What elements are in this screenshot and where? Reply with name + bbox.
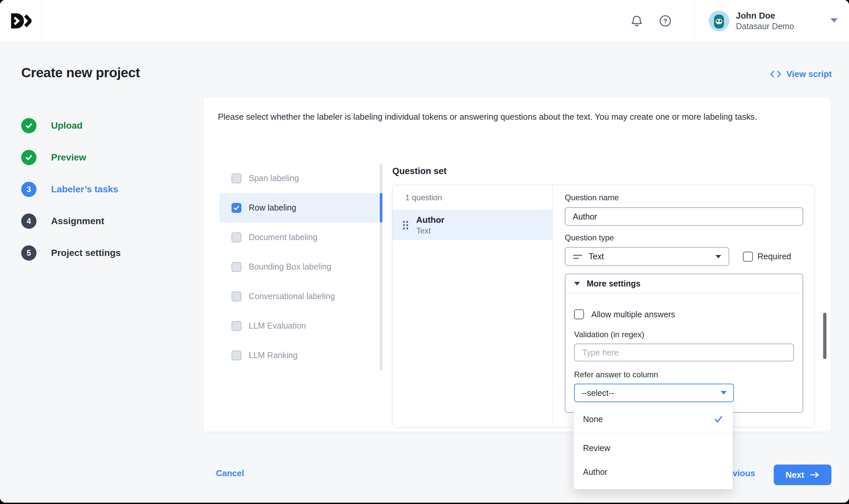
question-form-pane: Question name Question type Text (553, 185, 814, 427)
bounding-box-label: Bounding Box labeling (249, 262, 331, 272)
span-labeling-label: Span labeling (249, 174, 299, 183)
validation-label: Validation (in regex) (574, 330, 794, 339)
question-set-panel: 1 question Author Text Question name (392, 185, 815, 427)
step-3-badge: 3 (21, 182, 36, 197)
task-conversational-labeling[interactable]: Conversational labeling (219, 282, 379, 311)
llm-ranking-checkbox[interactable] (232, 350, 241, 360)
page-scrollbar-thumb[interactable] (823, 313, 827, 359)
step-4-badge: 4 (21, 214, 36, 229)
question-item-text: Author Text (416, 215, 445, 235)
row-labeling-label: Row labeling (249, 203, 296, 213)
llm-evaluation-label: LLM Evaluation (249, 321, 306, 330)
arrow-right-icon (810, 471, 819, 479)
task-bounding-box-labeling[interactable]: Bounding Box labeling (219, 252, 379, 282)
task-span-labeling[interactable]: Span labeling (219, 163, 379, 193)
llm-evaluation-checkbox[interactable] (232, 321, 241, 331)
refer-answer-select[interactable]: --select-- (574, 384, 734, 402)
step-labelers-tasks-label: Labeler’s tasks (51, 184, 118, 195)
step-preview-label: Preview (51, 152, 86, 163)
task-type-list: Span labeling Row labeling Document labe… (219, 163, 379, 370)
allow-multiple-checkbox[interactable] (574, 309, 584, 319)
code-icon (770, 70, 781, 78)
step-project-settings[interactable]: 5 Project settings (21, 245, 121, 260)
span-labeling-checkbox[interactable] (232, 174, 241, 183)
account-chevron-down-icon[interactable] (830, 18, 838, 24)
view-script-link[interactable]: View script (770, 69, 832, 79)
step-upload[interactable]: Upload (21, 118, 121, 133)
dropdown-option-none-label: None (583, 414, 603, 424)
question-item-author[interactable]: Author Text (392, 210, 553, 240)
top-bar: ? John Doe Datasaur Demo (0, 0, 849, 42)
help-icon: ? (658, 14, 672, 28)
task-llm-ranking[interactable]: LLM Ranking (219, 341, 379, 370)
refer-answer-value: --select-- (581, 388, 614, 398)
llm-ranking-label: LLM Ranking (249, 350, 297, 360)
text-type-icon (573, 253, 583, 260)
document-labeling-label: Document labeling (249, 232, 318, 242)
question-list-pane: 1 question Author Text (392, 185, 553, 427)
dropdown-divider (574, 433, 733, 433)
required-checkbox[interactable] (743, 252, 753, 262)
next-button[interactable]: Next (774, 465, 831, 485)
dropdown-option-author[interactable]: Author (574, 460, 733, 484)
check-icon (233, 204, 240, 212)
allow-multiple-label: Allow multiple answers (591, 310, 675, 319)
labelers-tasks-card: Please select whether the labeler is lab… (203, 97, 831, 432)
refer-answer-label: Refer answer to column (574, 370, 794, 379)
more-settings-header[interactable]: More settings (565, 274, 802, 293)
step-upload-label: Upload (51, 120, 83, 131)
help-button[interactable]: ? (656, 12, 674, 30)
workspace-name: Datasaur Demo (736, 21, 794, 32)
refer-answer-caret-icon (721, 390, 727, 396)
dropdown-option-none[interactable]: None (574, 405, 733, 433)
bell-icon (630, 14, 644, 28)
task-llm-evaluation[interactable]: LLM Evaluation (219, 311, 379, 341)
notifications-button[interactable] (628, 12, 646, 30)
selected-check-icon (713, 414, 723, 424)
more-settings-body: Allow multiple answers Validation (in re… (565, 309, 802, 402)
task-row-labeling[interactable]: Row labeling (219, 193, 379, 222)
dropdown-option-author-label: Author (583, 467, 608, 477)
more-settings-label: More settings (587, 279, 641, 288)
question-set-title: Question set (392, 166, 447, 176)
question-type-caret-icon (715, 254, 721, 259)
allow-multiple-row[interactable]: Allow multiple answers (574, 309, 794, 320)
avatar (709, 11, 729, 31)
account-menu[interactable]: John Doe Datasaur Demo (694, 0, 849, 42)
account-text: John Doe Datasaur Demo (736, 10, 794, 32)
required-label: Required (757, 252, 791, 261)
required-toggle[interactable]: Required (743, 252, 791, 262)
task-list-scrollbar-thumb[interactable] (380, 193, 382, 222)
conversational-label: Conversational labeling (249, 291, 335, 301)
question-type-label: Question type (565, 233, 803, 242)
drag-handle-icon[interactable] (402, 220, 409, 231)
cancel-button[interactable]: Cancel (216, 468, 244, 479)
step-preview-check-icon (21, 150, 36, 165)
validation-input[interactable] (574, 343, 794, 361)
question-type-value: Text (589, 252, 604, 261)
step-upload-check-icon (21, 118, 36, 133)
step-preview[interactable]: Preview (21, 150, 121, 165)
svg-text:?: ? (663, 18, 667, 24)
app-window: ? John Doe Datasaur Demo Crea (0, 0, 849, 503)
refer-answer-dropdown: None Review Author (573, 405, 733, 489)
document-labeling-checkbox[interactable] (232, 232, 241, 242)
stage: ? John Doe Datasaur Demo Crea (0, 0, 849, 504)
question-type-select[interactable]: Text (565, 247, 729, 266)
question-name-input[interactable] (565, 207, 803, 226)
bounding-box-checkbox[interactable] (232, 262, 241, 272)
task-document-labeling[interactable]: Document labeling (219, 222, 379, 252)
wizard-steps: Upload Preview 3 Labeler’s tasks 4 Assig… (21, 118, 121, 277)
step-assignment[interactable]: 4 Assignment (21, 214, 121, 229)
question-item-name: Author (416, 215, 445, 225)
conversational-checkbox[interactable] (232, 291, 241, 301)
row-labeling-checkbox[interactable] (232, 203, 241, 213)
step-labelers-tasks[interactable]: 3 Labeler’s tasks (21, 182, 121, 197)
question-count: 1 question (392, 185, 553, 210)
dropdown-option-review[interactable]: Review (574, 436, 733, 460)
more-settings-caret-icon (574, 282, 580, 286)
task-list-scrollbar-track[interactable] (380, 163, 382, 371)
step-5-badge: 5 (21, 245, 36, 260)
more-settings-section: More settings Allow multiple answers Val… (565, 273, 803, 413)
datasaur-logo[interactable] (0, 0, 42, 42)
